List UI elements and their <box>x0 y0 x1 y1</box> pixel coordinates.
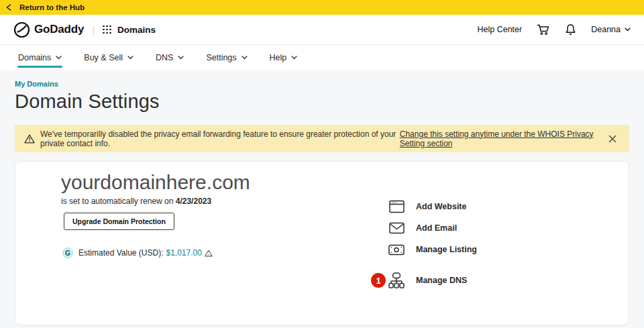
nav-item-dns[interactable]: DNS <box>156 45 184 70</box>
close-icon[interactable] <box>607 133 618 144</box>
godaddy-logo[interactable]: GoDaddy <box>13 21 84 38</box>
breadcrumb-my-domains[interactable]: My Domains <box>15 80 58 88</box>
warning-triangle-icon <box>24 134 35 144</box>
nav-item-help[interactable]: Help <box>270 45 298 70</box>
main-content: My Domains Domain Settings We've tempora… <box>0 70 644 325</box>
privacy-alert-banner: We've temporarilly disabled the privacy … <box>15 125 629 152</box>
upgrade-domain-protection-button[interactable]: Upgrade Domain Protection <box>64 213 174 230</box>
nav-item-settings[interactable]: Settings <box>206 45 247 70</box>
cart-icon[interactable] <box>537 23 550 36</box>
user-menu[interactable]: Deanna <box>591 25 631 34</box>
renewal-date: 4/23/2023 <box>176 197 211 206</box>
manage-listing-action[interactable]: Manage Listing <box>374 240 477 259</box>
action-label: Manage Listing <box>416 245 477 254</box>
renewal-info: is set to automatically renew on 4/23/20… <box>61 197 250 206</box>
warning-triangle-icon <box>205 250 213 257</box>
nav-item-domains[interactable]: Domains <box>18 45 62 70</box>
nav-label: DNS <box>156 53 173 62</box>
estimated-value-amount[interactable]: $1,017.00 <box>166 248 202 258</box>
alert-message: We've temporarilly disabled the privacy … <box>40 129 397 148</box>
chevron-down-icon <box>127 56 133 60</box>
chevron-down-icon <box>178 56 184 60</box>
quick-actions: Add Website Add Email <box>374 162 561 325</box>
renewal-text: is set to automatically renew on <box>61 197 173 206</box>
chevron-down-icon <box>291 56 297 60</box>
nav-label: Domains <box>18 53 51 62</box>
estimated-value-label: Estimated Value (USD): <box>78 248 164 258</box>
whois-privacy-setting-link[interactable]: Change this setting anytime under the WH… <box>400 129 607 148</box>
notification-badge: 1 <box>371 273 386 288</box>
envelope-icon <box>388 222 405 234</box>
chevron-down-icon <box>625 28 631 32</box>
app-name: Domains <box>117 25 156 35</box>
return-to-hub-label: Return to the Hub <box>19 3 85 11</box>
godaddy-logo-icon <box>13 21 30 38</box>
add-email-action[interactable]: Add Email <box>374 219 457 237</box>
sitemap-icon <box>388 272 405 289</box>
nav-item-buy-sell[interactable]: Buy & Sell <box>84 45 133 70</box>
domain-summary: yourdomainhere.com is set to automatical… <box>61 170 250 258</box>
action-label: Add Website <box>416 202 466 211</box>
help-center-link[interactable]: Help Center <box>478 25 523 34</box>
manage-dns-action[interactable]: 1 Manage DNS <box>374 271 467 290</box>
domain-settings-card: yourdomainhere.com is set to automatical… <box>15 161 629 325</box>
nav-label: Buy & Sell <box>84 53 123 62</box>
brand-name: GoDaddy <box>34 23 84 36</box>
apps-grid-icon[interactable] <box>103 25 111 34</box>
action-label: Add Email <box>416 223 457 233</box>
nav-label: Help <box>270 53 287 62</box>
nav-label: Settings <box>206 53 236 62</box>
chevron-down-icon <box>56 56 62 60</box>
page-title: Domain Settings <box>15 91 629 112</box>
browser-window-icon <box>388 200 405 213</box>
header: GoDaddy | Domains Help Center Deanna <box>0 15 644 45</box>
add-website-action[interactable]: Add Website <box>374 197 466 216</box>
estimated-value-row: G Estimated Value (USD): $1,017.00 <box>62 248 250 258</box>
chevron-down-icon <box>241 56 248 60</box>
primary-nav: Domains Buy & Sell DNS Settings Help <box>0 45 644 70</box>
notifications-bell-icon[interactable] <box>565 23 576 36</box>
govalue-badge: G <box>62 248 73 258</box>
user-name: Deanna <box>591 25 621 34</box>
action-label: Manage DNS <box>416 276 467 285</box>
header-divider: | <box>92 24 95 36</box>
domain-name: yourdomainhere.com <box>61 170 250 195</box>
return-to-hub-bar[interactable]: Return to the Hub <box>0 0 644 15</box>
money-icon <box>388 244 405 256</box>
chevron-left-icon <box>6 4 11 11</box>
